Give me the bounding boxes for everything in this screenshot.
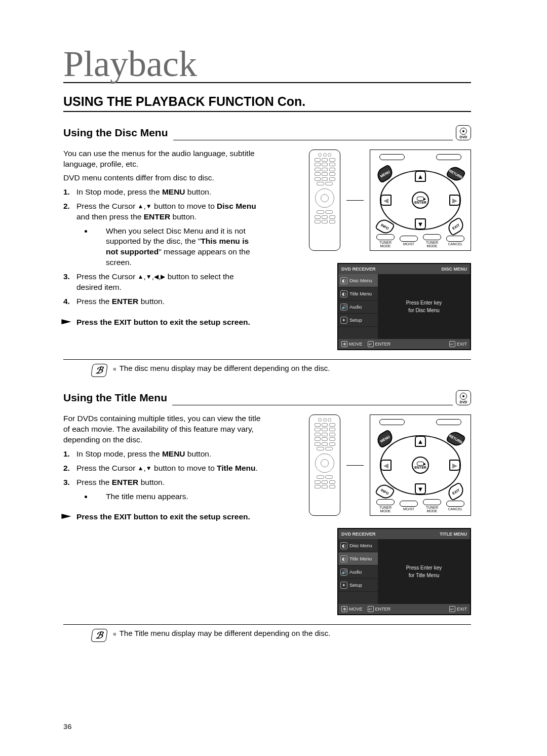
disc-note-text: The disc menu display may be different d… — [120, 364, 330, 372]
remote-dpad-figure: MENU RETURN INFO EXIT ENTER TUNER MODE M… — [270, 149, 471, 251]
osd-main-line2: for Disc Menu — [408, 308, 440, 313]
note-icon: ℬ — [91, 629, 108, 642]
osd-side-audio: 🔊Audio — [338, 565, 378, 579]
heading-rule — [172, 405, 453, 405]
divider — [63, 359, 471, 360]
title-menu-content: For DVDs containing multiple titles, you… — [63, 410, 471, 615]
disc-menu-heading: Using the Disc Menu — [63, 127, 168, 140]
disc-menu-figures: MENU RETURN INFO EXIT ENTER TUNER MODE M… — [270, 145, 471, 350]
disc-note-row: ℬ ■The disc menu display may be differen… — [63, 364, 471, 377]
title-menu-heading-row: Using the Title Menu DVD — [63, 390, 471, 405]
osd-header-right: DISC MENU — [441, 267, 467, 272]
title-exit-note: Press the EXIT button to exit the setup … — [63, 512, 261, 522]
remote-control-icon — [309, 149, 340, 251]
cursor-right-icon — [449, 195, 460, 206]
osd-header-left: DVD RECEIVER — [341, 532, 376, 537]
exit-button-icon: EXIT — [446, 482, 466, 502]
cursor-left-icon — [380, 460, 392, 471]
cursor-right-icon — [449, 460, 460, 471]
disc-menu-intro-2: DVD menu contents differ from disc to di… — [63, 173, 261, 183]
remote-dpad-figure: MENU RETURN INFO EXIT ENTER TUNER MODE M… — [270, 414, 471, 516]
enter-button-icon: ENTER — [412, 192, 429, 209]
title-step-3: 3. Press the ENTER button. The title men… — [63, 477, 261, 502]
cursor-up-icon — [415, 436, 426, 447]
osd-side-setup: ✦Setup — [338, 314, 378, 327]
osd-main-line1: Press Enter key — [406, 300, 442, 306]
cursor-left-icon — [380, 195, 392, 206]
cursor-down-icon — [415, 218, 426, 230]
osd-title-menu-figure: DVD RECEIVER TITLE MENU ◐Disc Menu ◐Titl… — [337, 528, 471, 615]
note-icon: ℬ — [91, 364, 108, 377]
title-step-1: 1. In Stop mode, press the MENU button. — [63, 449, 261, 460]
title-menu-heading: Using the Title Menu — [63, 392, 167, 405]
title-menu-intro: For DVDs containing multiple titles, you… — [63, 413, 261, 445]
return-button-icon: RETURN — [446, 429, 466, 449]
disc-menu-text: You can use the menus for the audio lang… — [63, 145, 261, 350]
page-number: 36 — [63, 722, 72, 731]
cursor-down-icon — [415, 483, 426, 495]
leader-line — [346, 200, 364, 201]
heading-rule — [173, 140, 453, 140]
disc-step-2-bullet: When you select Disc Menu and it is not … — [93, 226, 261, 269]
disc-menu-heading-row: Using the Disc Menu DVD — [63, 125, 471, 140]
osd-header-left: DVD RECEIVER — [341, 267, 376, 272]
dpad-figure: MENU RETURN INFO EXIT ENTER TUNER MODE M… — [370, 414, 471, 516]
page-title: Playback — [63, 46, 471, 83]
disc-step-1: 1. In Stop mode, press the MENU button. — [63, 187, 261, 198]
divider — [63, 624, 471, 625]
osd-side-title-menu: ◐Title Menu — [338, 287, 378, 300]
osd-main-line1: Press Enter key — [406, 565, 442, 571]
title-menu-figures: MENU RETURN INFO EXIT ENTER TUNER MODE M… — [270, 410, 471, 615]
info-button-icon: INFO — [375, 217, 396, 237]
disc-menu-content: You can use the menus for the audio lang… — [63, 145, 471, 350]
enter-button-icon: ENTER — [412, 457, 429, 474]
return-button-icon: RETURN — [446, 164, 466, 184]
disc-step-4: 4. Press the ENTER button. — [63, 296, 261, 307]
leader-line — [346, 465, 364, 466]
osd-side-disc-menu: ◐Disc Menu — [338, 274, 378, 287]
dvd-icon: DVD — [456, 125, 471, 140]
title-note-row: ℬ ■The Title menu display may be differe… — [63, 629, 471, 642]
osd-side-title-menu: ◐Title Menu — [338, 552, 378, 565]
disc-exit-note: Press the EXIT button to exit the setup … — [63, 317, 261, 328]
exit-button-icon: EXIT — [446, 217, 466, 237]
menu-button-icon: MENU — [375, 164, 396, 184]
title-step-2: 2. Press the Cursor ▲,▼ button to move t… — [63, 463, 261, 474]
disc-step-2: 2. Press the Cursor ▲,▼ button to move t… — [63, 201, 261, 269]
remote-control-icon — [309, 414, 340, 516]
osd-side-disc-menu: ◐Disc Menu — [338, 539, 378, 552]
info-button-icon: INFO — [375, 482, 396, 502]
osd-main-line2: for Title Menu — [409, 573, 440, 578]
title-step-3-bullet: The title menu appears. — [93, 492, 261, 502]
menu-button-icon: MENU — [375, 429, 396, 449]
section-heading: USING THE PLAYBACK FUNCTION Con. — [63, 94, 471, 112]
osd-side-setup: ✦Setup — [338, 579, 378, 592]
disc-menu-intro-1: You can use the menus for the audio lang… — [63, 148, 261, 170]
title-menu-text: For DVDs containing multiple titles, you… — [63, 410, 261, 615]
disc-step-3: 3. Press the Cursor ▲,▼,◀,▶ button to se… — [63, 272, 261, 293]
osd-disc-menu-figure: DVD RECEIVER DISC MENU ◐Disc Menu ◐Title… — [337, 263, 471, 350]
title-note-text: The Title menu display may be different … — [120, 629, 331, 637]
osd-header-right: TITLE MENU — [440, 532, 467, 537]
dpad-figure: MENU RETURN INFO EXIT ENTER TUNER MODE M… — [370, 149, 471, 251]
dvd-icon: DVD — [456, 390, 471, 405]
cursor-up-icon — [415, 171, 426, 182]
osd-side-audio: 🔊Audio — [338, 300, 378, 314]
